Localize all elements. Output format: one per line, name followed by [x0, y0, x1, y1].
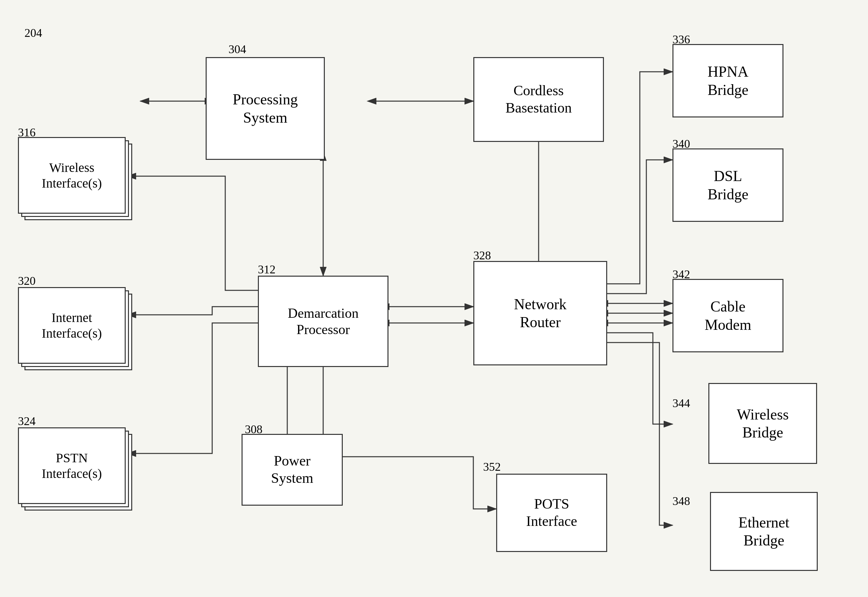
- internet-interfaces-box: InternetInterface(s): [18, 287, 126, 364]
- label-304: 304: [228, 42, 246, 56]
- pots-interface-box: POTSInterface: [496, 474, 607, 552]
- dsl-bridge-box: DSLBridge: [673, 149, 783, 222]
- hpna-bridge-box: HPNABridge: [673, 44, 783, 117]
- cable-modem-box: CableModem: [673, 279, 783, 352]
- power-system-box: PowerSystem: [241, 434, 343, 506]
- ethernet-bridge-box: EthernetBridge: [710, 492, 818, 571]
- label-312: 312: [258, 263, 275, 276]
- diagram-container: 204 304 ProcessingSystem 312 Demarcation…: [0, 0, 868, 597]
- label-328: 328: [473, 249, 491, 262]
- label-348: 348: [673, 494, 690, 508]
- cordless-basestation-box: CordlessBasestation: [473, 57, 604, 142]
- demarcation-processor-box: DemarcationProcessor: [258, 276, 389, 367]
- label-320: 320: [18, 274, 36, 288]
- network-router-box: NetworkRouter: [473, 261, 607, 365]
- label-324: 324: [18, 414, 36, 428]
- label-204: 204: [24, 26, 42, 40]
- processing-system-box: ProcessingSystem: [205, 57, 325, 160]
- label-352: 352: [483, 460, 501, 474]
- wireless-bridge-box: WirelessBridge: [709, 383, 817, 464]
- pstn-interfaces-box: PSTNInterface(s): [18, 427, 126, 504]
- label-344: 344: [673, 397, 690, 410]
- wireless-interfaces-box: WirelessInterface(s): [18, 137, 126, 214]
